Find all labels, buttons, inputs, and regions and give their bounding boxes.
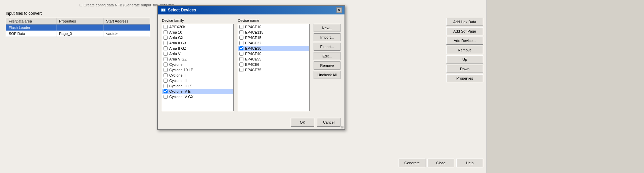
- device-checkbox[interactable]: [239, 68, 243, 72]
- family-checkbox[interactable]: [164, 79, 168, 83]
- device-family-section: Device family APEX20KArria 10Arria GXArr…: [162, 18, 234, 111]
- family-label: APEX20K: [169, 25, 186, 29]
- row-file-0: Flash Loader: [6, 25, 56, 31]
- table-row[interactable]: Flash Loader: [6, 25, 150, 31]
- family-list-item[interactable]: Cyclone II: [162, 73, 233, 78]
- ok-button[interactable]: OK: [291, 118, 314, 127]
- properties-button[interactable]: Properties: [446, 74, 483, 82]
- family-list-item[interactable]: Arria 10: [162, 30, 233, 35]
- table-row[interactable]: SOF Data Page_0 <auto>: [6, 31, 150, 37]
- family-list-item[interactable]: Arria V: [162, 51, 233, 56]
- family-checkbox[interactable]: [164, 68, 168, 72]
- dialog-body: Device family APEX20KArria 10Arria GXArr…: [158, 14, 344, 115]
- device-checkbox[interactable]: [239, 62, 243, 67]
- row-address-1: <auto>: [103, 31, 150, 37]
- device-button-group: New...Import...Export...Edit...RemoveUnc…: [314, 18, 340, 111]
- device-checkbox[interactable]: [239, 57, 243, 61]
- dialog-icon: [160, 7, 166, 13]
- input-files-table: File/Data area Properties Start Address …: [6, 18, 150, 37]
- device-checkbox[interactable]: [239, 36, 243, 40]
- add-hex-data-button[interactable]: Add Hex Data: [446, 18, 483, 26]
- generate-button[interactable]: Generate: [399, 159, 425, 167]
- remove-button[interactable]: Remove: [446, 46, 483, 54]
- family-list-item[interactable]: Cyclone: [162, 62, 233, 67]
- family-checkbox[interactable]: [164, 57, 168, 61]
- family-label: Cyclone II: [169, 73, 186, 77]
- device-label: EP4CE55: [245, 57, 261, 61]
- add-sof-page-button[interactable]: Add Sof Page: [446, 27, 483, 35]
- family-label: Cyclone 10 LP: [169, 68, 193, 72]
- bottom-button-group: Generate Close Help: [399, 159, 483, 167]
- family-list-item[interactable]: Cyclone III: [162, 78, 233, 83]
- right-button-group: Add Hex Data Add Sof Page Add Device... …: [446, 18, 483, 82]
- device-checkbox[interactable]: [239, 30, 243, 34]
- device-checkbox[interactable]: [239, 46, 243, 50]
- device-family-list[interactable]: APEX20KArria 10Arria GXArria II GXArria …: [162, 24, 234, 111]
- family-checkbox[interactable]: [164, 95, 168, 99]
- family-list-item[interactable]: Arria II GZ: [162, 46, 233, 51]
- dialog-title: Select Devices: [168, 8, 196, 12]
- family-checkbox[interactable]: [164, 41, 168, 45]
- family-label: Arria V: [169, 52, 181, 56]
- family-list-item[interactable]: Arria II GX: [162, 40, 233, 46]
- family-list-item[interactable]: Cyclone IV E: [162, 89, 233, 94]
- close-button[interactable]: Close: [427, 159, 454, 167]
- family-list-item[interactable]: Arria V GZ: [162, 56, 233, 62]
- device-action-button[interactable]: Uncheck All: [314, 71, 340, 79]
- device-list-item[interactable]: EP4CE22: [238, 40, 309, 46]
- device-label: EP4CE22: [245, 41, 261, 45]
- device-name-section: Device name EP4CE10EP4CE115EP4CE15EP4CE2…: [238, 18, 310, 111]
- resize-handle[interactable]: ⊞: [340, 125, 344, 129]
- device-list-item[interactable]: EP4CE6: [238, 62, 309, 67]
- family-checkbox[interactable]: [164, 25, 168, 29]
- dialog-close-button[interactable]: ✕: [336, 7, 342, 13]
- dialog-titlebar: Select Devices ✕: [158, 6, 344, 14]
- dialog-title-left: Select Devices: [160, 7, 196, 13]
- col-header-properties: Properties: [56, 18, 103, 24]
- device-checkbox[interactable]: [239, 52, 243, 56]
- family-list-item[interactable]: Cyclone 10 LP: [162, 67, 233, 73]
- family-label: Cyclone III: [169, 79, 187, 83]
- device-list-item[interactable]: EP4CE10: [238, 24, 309, 30]
- device-action-button[interactable]: Remove: [314, 61, 340, 70]
- table-header: File/Data area Properties Start Address: [6, 18, 150, 25]
- family-checkbox[interactable]: [164, 73, 168, 77]
- family-checkbox[interactable]: [164, 36, 168, 40]
- device-action-button[interactable]: Edit...: [314, 52, 340, 60]
- device-action-button[interactable]: New...: [314, 24, 340, 32]
- device-name-label: Device name: [238, 18, 310, 23]
- device-name-list[interactable]: EP4CE10EP4CE115EP4CE15EP4CE22EP4CE30EP4C…: [238, 24, 310, 111]
- family-list-item[interactable]: APEX20K: [162, 24, 233, 30]
- family-list-item[interactable]: Cyclone IV GX: [162, 94, 233, 99]
- up-button[interactable]: Up: [446, 55, 483, 63]
- device-list-item[interactable]: EP4CE55: [238, 56, 309, 62]
- family-checkbox[interactable]: [164, 84, 168, 88]
- device-checkbox[interactable]: [239, 41, 243, 45]
- down-button[interactable]: Down: [446, 65, 483, 73]
- family-list-item[interactable]: Arria GX: [162, 35, 233, 40]
- help-button[interactable]: Help: [456, 159, 483, 167]
- dialog-footer: ⊞ OK Cancel: [158, 115, 344, 129]
- device-list-item[interactable]: EP4CE15: [238, 35, 309, 40]
- device-list-item[interactable]: EP4CE30: [238, 46, 309, 51]
- family-checkbox[interactable]: [164, 89, 168, 93]
- family-checkbox[interactable]: [164, 30, 168, 34]
- family-list-item[interactable]: Cyclone III LS: [162, 83, 233, 89]
- family-checkbox[interactable]: [164, 46, 168, 50]
- family-checkbox[interactable]: [164, 62, 168, 67]
- device-label: EP4CE115: [245, 30, 263, 34]
- family-label: Arria II GZ: [169, 46, 186, 50]
- device-list-item[interactable]: EP4CE40: [238, 51, 309, 56]
- device-label: EP4CE10: [245, 25, 261, 29]
- family-checkbox[interactable]: [164, 52, 168, 56]
- device-action-button[interactable]: Import...: [314, 33, 340, 41]
- device-list-item[interactable]: EP4CE75: [238, 67, 309, 73]
- svg-rect-1: [162, 9, 163, 11]
- cancel-button[interactable]: Cancel: [317, 118, 340, 127]
- family-label: Arria V GZ: [169, 57, 187, 61]
- device-checkbox[interactable]: [239, 25, 243, 29]
- device-action-button[interactable]: Export...: [314, 43, 340, 51]
- add-device-button[interactable]: Add Device...: [446, 37, 483, 45]
- col-header-file: File/Data area: [6, 18, 56, 24]
- device-list-item[interactable]: EP4CE115: [238, 30, 309, 35]
